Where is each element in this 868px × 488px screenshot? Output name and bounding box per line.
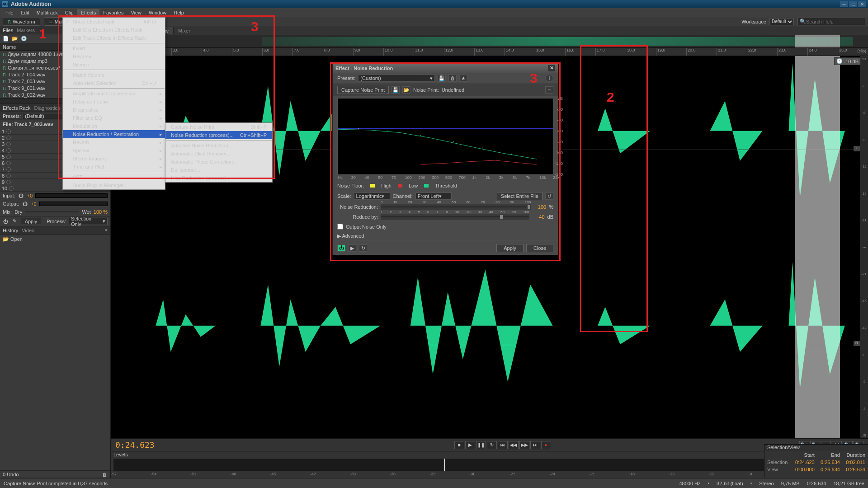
process-dropdown[interactable]: Selection Only ▾: [69, 218, 108, 225]
stop-button[interactable]: ■: [454, 441, 464, 449]
menu-item[interactable]: Amplitude and Compression▸: [63, 89, 165, 98]
pause-button[interactable]: ❚❚: [476, 441, 486, 449]
select-entire-file-button[interactable]: Select Entire File: [497, 192, 542, 200]
load-icon[interactable]: 📂: [402, 86, 410, 94]
close-icon[interactable]: ✕: [858, 1, 866, 7]
menu-item[interactable]: Auto Heal SelectionCtrl+U: [63, 79, 165, 87]
search-input[interactable]: [806, 19, 863, 24]
submenu-item[interactable]: Hiss Reduction (process)...: [165, 174, 272, 182]
menu-help[interactable]: Help: [170, 9, 188, 16]
time-ruler[interactable]: 1,02,03,04,05,06,07,08,09,010,011,012,01…: [111, 48, 868, 56]
noise-profile-graph[interactable]: dB-20-40-60-80-100-120-140Hz304050701002…: [337, 98, 553, 175]
submenu-item[interactable]: Automatic Click Remover...: [165, 150, 272, 158]
apply-button[interactable]: Apply: [21, 218, 42, 225]
tab-history[interactable]: History: [3, 228, 18, 233]
capture-noise-print-button[interactable]: Capture Noise Print: [337, 86, 389, 94]
forward-button[interactable]: ▶▶: [519, 441, 529, 449]
graph-menu-icon[interactable]: ≡: [545, 86, 553, 94]
menu-item[interactable]: Modulation▸: [63, 122, 165, 130]
reduce-by-slider[interactable]: 12345678102030405070100: [381, 214, 529, 220]
menu-item[interactable]: Reverb▸: [63, 138, 165, 146]
preview-loop-icon[interactable]: ↻: [359, 244, 367, 252]
maximize-icon[interactable]: ▭: [849, 1, 857, 7]
output-noise-only-checkbox[interactable]: [337, 224, 343, 230]
preview-power-icon[interactable]: ⏻: [337, 244, 345, 252]
reset-icon[interactable]: ↺: [545, 192, 553, 200]
edit-icon[interactable]: ✎: [12, 218, 18, 225]
tab-files[interactable]: Files: [3, 28, 13, 33]
menu-item[interactable]: Invert: [63, 44, 165, 52]
status-message: Capture Noise Print completed in 0,37 se…: [4, 481, 108, 486]
open-file-icon[interactable]: 📂: [12, 36, 18, 42]
play-button[interactable]: ▶: [465, 441, 475, 449]
info-icon[interactable]: i: [545, 75, 553, 82]
skip-back-button[interactable]: ⏮: [498, 441, 508, 449]
menu-item[interactable]: Silence: [63, 61, 165, 69]
power-icon[interactable]: ⏻: [18, 192, 24, 199]
menu-item[interactable]: Filter and EQ▸: [63, 114, 165, 122]
menu-view[interactable]: View: [127, 9, 145, 16]
mix-label: Mix:: [3, 209, 12, 215]
channel-dropdown[interactable]: Front Left ▾: [415, 192, 452, 200]
waveform-button[interactable]: ⎍Waveform: [3, 18, 40, 26]
panel-menu-icon[interactable]: ▾: [105, 227, 108, 233]
menu-item[interactable]: ✓Show Effects RackAlt+O: [63, 18, 165, 26]
menu-item[interactable]: Special▸: [63, 146, 165, 155]
menu-window[interactable]: Window: [145, 9, 170, 16]
power-icon[interactable]: ⏻: [22, 201, 28, 207]
submenu-item[interactable]: Capture Noise PrintShift+P: [165, 123, 272, 131]
menu-item[interactable]: Audio Plug-In Manager...: [63, 181, 165, 189]
cd-icon[interactable]: 💿: [21, 36, 27, 42]
delete-preset-icon[interactable]: 🗑: [448, 75, 457, 82]
search-help[interactable]: 🔍: [797, 18, 865, 25]
multitrack-icon: ≣: [49, 19, 53, 24]
tab-markers[interactable]: Markers: [17, 28, 35, 33]
selection-region[interactable]: [795, 56, 840, 438]
menu-item[interactable]: Noise Reduction / Restoration▸: [63, 130, 165, 138]
menu-item[interactable]: Time and Pitch▸: [63, 163, 165, 171]
menu-multitrack[interactable]: Multitrack: [33, 9, 61, 16]
trash-icon[interactable]: 🗑: [101, 471, 108, 478]
submenu-item[interactable]: Adaptive Noise Reduction...: [165, 141, 272, 150]
submenu-item[interactable]: DeHummer...: [165, 166, 272, 174]
record-button[interactable]: ●: [541, 441, 551, 449]
save-preset-icon[interactable]: 💾: [438, 75, 446, 82]
apply-button[interactable]: Apply: [496, 244, 524, 252]
noise-reduction-dialog: Effect - Noise Reduction✕ Presets: (Cust…: [332, 63, 558, 255]
save-icon[interactable]: 💾: [392, 86, 400, 94]
minimize-icon[interactable]: ─: [840, 1, 848, 7]
favorite-icon[interactable]: ★: [459, 75, 467, 82]
menu-item[interactable]: VST▸: [63, 173, 165, 181]
history-item[interactable]: 📂 Open: [3, 236, 23, 242]
advanced-toggle[interactable]: ▶ Advanced: [337, 233, 364, 239]
menu-favorites[interactable]: Favorites: [99, 9, 127, 16]
power-icon[interactable]: ⏻: [3, 218, 9, 225]
menu-effects[interactable]: Effects: [77, 9, 99, 16]
menu-item[interactable]: Reverse: [63, 52, 165, 61]
menu-item[interactable]: Stereo Imagery▸: [63, 155, 165, 163]
editor-tab-mixer[interactable]: Mixer: [174, 27, 195, 34]
menu-clip[interactable]: Clip: [61, 9, 77, 16]
menu-item[interactable]: Delay and Echo▸: [63, 98, 165, 106]
submenu-item[interactable]: Automatic Phase Correction...: [165, 158, 272, 166]
dialog-presets-dropdown[interactable]: (Custom)▾: [358, 75, 435, 82]
tab-effects-rack[interactable]: Effects Rack: [3, 105, 31, 111]
tab-diagnostics[interactable]: Diagnostics: [34, 105, 60, 111]
new-file-icon[interactable]: 📄: [3, 36, 9, 42]
noise-reduction-slider[interactable]: 0102030405060708090100: [381, 204, 531, 210]
submenu-item[interactable]: Noise Reduction (process)...Ctrl+Shift+P: [165, 131, 272, 139]
loop-button[interactable]: ↻: [487, 441, 497, 449]
menu-item[interactable]: Match Volume: [63, 71, 165, 79]
tab-video[interactable]: Video: [22, 228, 34, 233]
menu-item[interactable]: Diagnostics▸: [63, 106, 165, 114]
dialog-close-icon[interactable]: ✕: [548, 65, 555, 71]
menu-edit[interactable]: Edit: [17, 9, 33, 16]
rewind-button[interactable]: ◀◀: [509, 441, 519, 449]
skip-fwd-button[interactable]: ⏭: [530, 441, 540, 449]
overview[interactable]: [111, 35, 868, 48]
workspace-dropdown[interactable]: Default: [769, 18, 794, 25]
scale-dropdown[interactable]: Logarithmic ▾: [354, 192, 390, 200]
menu-file[interactable]: File: [2, 9, 17, 16]
preview-play-icon[interactable]: ▶: [348, 244, 356, 252]
close-button[interactable]: Close: [526, 244, 553, 252]
